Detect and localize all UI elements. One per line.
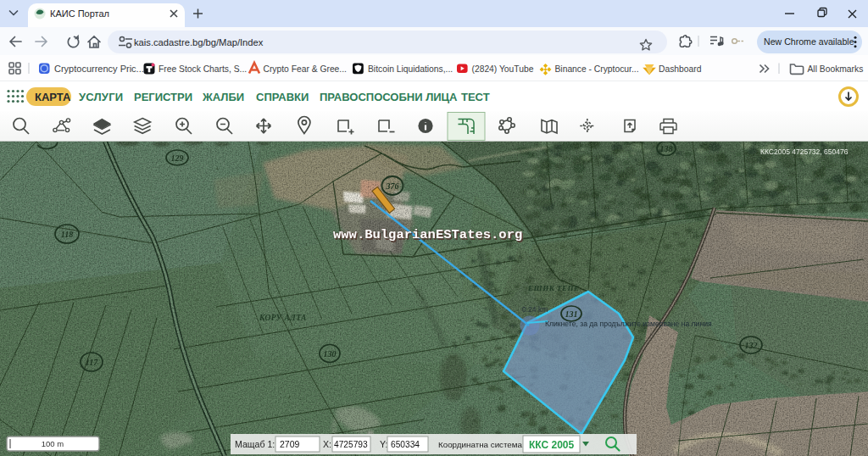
svg-text:118: 118	[61, 230, 73, 239]
svg-text:ККС2005 4725732, 650476: ККС2005 4725732, 650476	[760, 147, 849, 156]
svg-text:130: 130	[324, 349, 337, 359]
svg-text:20: 20	[568, 209, 573, 213]
svg-text:www.BulgarianESTates.org: www.BulgarianESTates.org	[333, 227, 522, 242]
svg-text:21: 21	[496, 213, 501, 217]
svg-text:kais.cadastre.bg/bg/Map/Index: kais.cadastre.bg/bg/Map/Index	[134, 37, 264, 47]
svg-text:0.24 km: 0.24 km	[522, 305, 548, 314]
svg-text:Кликнете, за да продължите изм: Кликнете, за да продължите измерване на …	[545, 320, 712, 328]
svg-text:ТЕСТ: ТЕСТ	[461, 91, 490, 103]
svg-text:18: 18	[702, 395, 707, 399]
svg-text:129: 129	[171, 153, 184, 163]
svg-text:ЕШИК ТЕПЕ: ЕШИК ТЕПЕ	[527, 284, 580, 292]
svg-text:11: 11	[195, 298, 199, 302]
svg-text:33: 33	[619, 268, 624, 272]
svg-text:РЕГИСТРИ: РЕГИСТРИ	[134, 91, 192, 103]
svg-text:Binance - Cryptocur...: Binance - Cryptocur...	[555, 64, 639, 74]
svg-text:Координатна система:: Координатна система:	[438, 440, 525, 449]
svg-text:138: 138	[660, 144, 673, 153]
svg-text:Bitcoin Liquidations,...: Bitcoin Liquidations,...	[368, 64, 453, 74]
svg-text:Crypto Fear & Gree...: Crypto Fear & Gree...	[264, 64, 347, 74]
svg-text:X:: X:	[323, 439, 331, 449]
svg-text:Free Stock Charts, S...: Free Stock Charts, S...	[159, 64, 247, 74]
svg-text:650334: 650334	[391, 440, 420, 449]
svg-text:16: 16	[670, 344, 675, 348]
svg-text:СПРАВКИ: СПРАВКИ	[256, 91, 309, 103]
svg-text:Y:: Y:	[380, 439, 387, 449]
svg-text:32: 32	[602, 221, 607, 225]
svg-text:Мащаб 1:: Мащаб 1:	[235, 439, 275, 449]
svg-text:ККС 2005: ККС 2005	[529, 439, 575, 451]
svg-text:КАИС Портал: КАИС Портал	[50, 8, 109, 19]
svg-text:23: 23	[534, 298, 539, 302]
svg-text:2709: 2709	[280, 439, 300, 449]
svg-text:131: 131	[565, 309, 578, 319]
svg-text:ЖАЛБИ: ЖАЛБИ	[202, 91, 244, 103]
svg-text:ПРАВОСПОСОБНИ ЛИЦА: ПРАВОСПОСОБНИ ЛИЦА	[320, 91, 458, 103]
svg-text:10: 10	[123, 295, 128, 299]
svg-text:376: 376	[386, 181, 399, 191]
svg-text:Cryptocurrency Pric...: Cryptocurrency Pric...	[54, 64, 144, 74]
svg-text:УСЛУГИ: УСЛУГИ	[79, 91, 123, 103]
svg-text:КАРТА: КАРТА	[35, 91, 71, 103]
svg-text:All Bookmarks: All Bookmarks	[808, 64, 864, 74]
svg-text:117: 117	[86, 358, 98, 367]
svg-text:100 m: 100 m	[42, 439, 64, 448]
svg-text:132: 132	[745, 341, 758, 350]
svg-text:(2824) YouTube: (2824) YouTube	[472, 64, 534, 74]
svg-text:22: 22	[517, 259, 522, 264]
svg-text:4725793: 4725793	[334, 440, 368, 449]
svg-text:Dashboard: Dashboard	[659, 64, 702, 74]
svg-text:12: 12	[498, 397, 504, 401]
svg-text:34: 34	[644, 305, 649, 309]
svg-text:КОРУ АЛТА: КОРУ АЛТА	[259, 314, 307, 322]
